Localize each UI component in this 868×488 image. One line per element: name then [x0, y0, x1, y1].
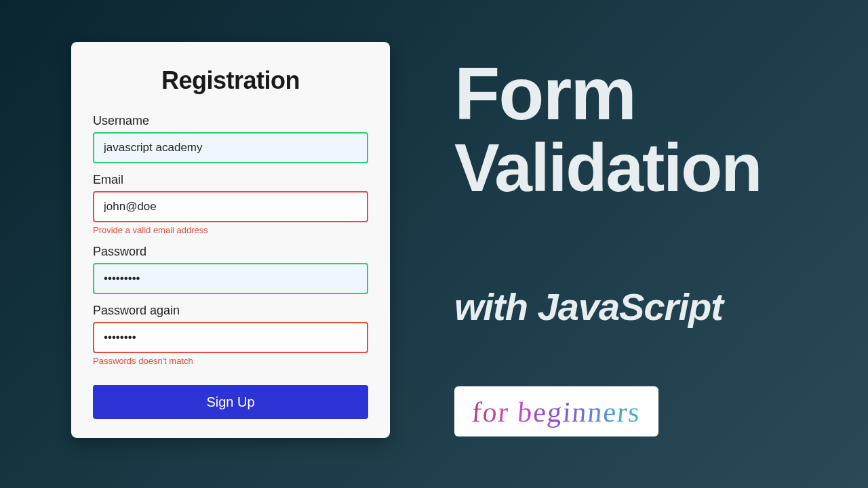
password2-field: Password again Passwords doesn't match	[93, 304, 368, 366]
headline-line1: Form	[454, 54, 761, 133]
username-input[interactable]	[93, 132, 368, 163]
email-input[interactable]	[93, 191, 368, 222]
beginners-badge-text: for beginners	[471, 396, 642, 428]
username-field: Username	[93, 114, 368, 163]
password-input[interactable]	[93, 263, 368, 294]
headline: Form Validation	[454, 54, 761, 205]
password-label: Password	[93, 245, 368, 259]
password-field: Password	[93, 245, 368, 294]
password2-label: Password again	[93, 304, 368, 318]
headline-line2: Validation	[454, 130, 761, 205]
email-label: Email	[93, 173, 368, 187]
subheadline: with JavaScript	[454, 285, 723, 329]
signup-button[interactable]: Sign Up	[93, 385, 368, 419]
password2-input[interactable]	[93, 322, 368, 353]
email-error: Provide a valid email address	[93, 225, 368, 235]
password2-error: Passwords doesn't match	[93, 356, 368, 366]
registration-card: Registration Username Email Provide a va…	[71, 42, 390, 438]
beginners-badge: for beginners	[454, 386, 658, 436]
email-field: Email Provide a valid email address	[93, 173, 368, 235]
username-label: Username	[93, 114, 368, 128]
form-title: Registration	[93, 66, 368, 95]
